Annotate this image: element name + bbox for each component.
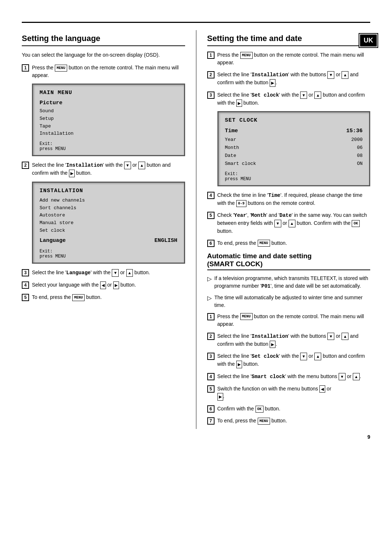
page-number: 9 <box>367 434 370 440</box>
left-section-title: Setting the language <box>22 34 185 46</box>
auto-right-3: ▶ <box>236 361 242 368</box>
intro-text: You can select the language for the on-s… <box>22 51 185 59</box>
screen2-title: INSTALLATION <box>40 188 177 194</box>
smartclock-label: Smart clock <box>225 160 256 168</box>
auto-note-2: ▷ The time will automatically be adjuste… <box>207 294 371 309</box>
up-btn: ▲ <box>138 162 145 169</box>
auto-step-num-2: 2 <box>207 333 215 340</box>
right-step-6: 6 To end, press the MENU button. <box>207 239 371 247</box>
auto-step-text-5: Switch the function on with the menu but… <box>217 385 371 401</box>
auto-step-7: 7 To end, press the MENU button. <box>207 417 371 425</box>
auto-step-2: 2 Select the line 'Installation' with th… <box>207 332 371 348</box>
left-step-3: 3 Select the line 'Language' with the ▼ … <box>22 269 185 277</box>
screen1-item-installation: Installation <box>40 130 177 138</box>
auto-step-4: 4 Select the line 'Smart clock' with the… <box>207 373 371 381</box>
r-step-num-3: 3 <box>207 92 215 99</box>
clock-screen: SET CLOCK Time 15:36 Year 2000 Month 06 … <box>217 111 371 186</box>
right-step-1: 1 Press the MENU button on the remote co… <box>207 51 371 66</box>
screen2-item-autostore: Autostore <box>40 212 177 219</box>
auto-ok-6: OK <box>256 406 264 413</box>
screen1-item-tape: Tape <box>40 123 177 130</box>
auto-down-4: ▼ <box>339 373 346 381</box>
auto-up-4: ▲ <box>353 373 360 381</box>
r-up-btn-3: ▲ <box>314 92 321 99</box>
auto-step-text-4: Select the line 'Smart clock' with the m… <box>217 373 371 381</box>
auto-step-num-1: 1 <box>207 313 215 320</box>
installation-screen: INSTALLATION Add new channels Sort chann… <box>32 182 185 264</box>
r-step-num-1: 1 <box>207 52 215 59</box>
date-label: Date <box>225 152 236 160</box>
auto-up-2: ▲ <box>342 333 348 340</box>
right-column: UK Setting the time and date 1 Press the… <box>196 30 371 429</box>
auto-section-title: Automatic time and date setting(SMART CL… <box>207 252 371 270</box>
auto-menu-7: MENU <box>258 418 270 425</box>
screen2-item-addch: Add new channels <box>40 197 177 204</box>
auto-step-text-7: To end, press the MENU button. <box>217 417 371 425</box>
step-num-5: 5 <box>22 294 29 301</box>
r-down-btn-2: ▼ <box>327 71 334 79</box>
clock-row-date: Date 08 <box>225 152 363 160</box>
auto-step-num-6: 6 <box>207 405 215 413</box>
language-value: ENGLISH <box>154 236 177 246</box>
right-step-3: 3 Select the line 'Set clock' with the ▼… <box>207 91 371 107</box>
language-label: Language <box>40 236 66 246</box>
r-step-num-6: 6 <box>207 240 215 247</box>
r-down-btn-5: ▼ <box>274 220 281 227</box>
r-step-text-3: Select the line 'Set clock' with the ▼ o… <box>217 91 371 107</box>
right-section-title: Setting the time and date <box>207 34 371 46</box>
step-num-1: 1 <box>22 64 29 72</box>
right-step-2: 2 Select the line 'Installation' with th… <box>207 71 371 87</box>
time-value: 15:36 <box>346 126 363 136</box>
step-num-2: 2 <box>22 162 29 169</box>
r-step-text-4: Check the time in line 'Time'. If requir… <box>217 191 371 207</box>
right-btn-4: ▶ <box>113 281 119 289</box>
r-step-text-1: Press the MENU button on the remote cont… <box>217 51 371 66</box>
screen1-title: MAIN MENU <box>40 90 177 96</box>
left-btn-4: ◀ <box>100 281 106 289</box>
r-menu-btn-1: MENU <box>240 52 253 59</box>
r-down-btn-3: ▼ <box>300 92 307 99</box>
right-step-4: 4 Check the time in line 'Time'. If requ… <box>207 191 371 207</box>
r-step-num-4: 4 <box>207 192 215 199</box>
auto-up-3: ▲ <box>314 353 321 360</box>
screen2-item-setclock: Set clock <box>40 227 177 235</box>
auto-step-text-1: Press the MENU button on the remote cont… <box>217 313 371 328</box>
ok-btn-5: OK <box>352 220 360 227</box>
screen1-item-setup: Setup <box>40 115 177 123</box>
auto-right-5: ▶ <box>217 393 223 401</box>
r-up-btn-5: ▲ <box>289 220 295 227</box>
digits-btn: 0-9 <box>236 200 246 207</box>
clock-row-month: Month 06 <box>225 144 363 152</box>
page: Setting the language You can select the … <box>0 0 392 451</box>
clock-row-smartclock: Smart clock ON <box>225 160 363 168</box>
month-label: Month <box>225 144 239 152</box>
clock-row-year: Year 2000 <box>225 136 363 144</box>
clock-row-time: Time 15:36 <box>225 126 363 136</box>
auto-down-2: ▼ <box>327 333 334 340</box>
screen1-item-sound: Sound <box>40 108 177 115</box>
auto-step-6: 6 Confirm with the OK button. <box>207 405 371 413</box>
auto-step-num-5: 5 <box>207 385 215 393</box>
auto-step-num-3: 3 <box>207 353 215 360</box>
auto-right-2: ▶ <box>270 341 275 348</box>
r-up-btn-2: ▲ <box>342 71 348 79</box>
auto-step-text-2: Select the line 'Installation' with the … <box>217 332 371 348</box>
month-value: 06 <box>357 144 363 152</box>
r-right-btn-2: ▶ <box>270 79 275 87</box>
year-value: 2000 <box>351 136 363 144</box>
right-btn: ▶ <box>69 170 75 177</box>
auto-step-num-4: 4 <box>207 373 215 380</box>
uk-badge: UK <box>359 34 377 47</box>
step-text-4: Select your language with the ◀ or ▶ but… <box>32 281 185 289</box>
arrow-icon-2: ▷ <box>207 295 212 301</box>
screen2-language-row: Language ENGLISH <box>40 236 177 246</box>
r-step-text-6: To end, press the MENU button. <box>217 239 371 247</box>
main-columns: Setting the language You can select the … <box>22 30 370 429</box>
auto-step-text-3: Select the line 'Set clock' with the ▼ o… <box>217 352 371 368</box>
screen2-item-sortch: Sort channels <box>40 204 177 212</box>
year-label: Year <box>225 136 236 144</box>
auto-step-num-7: 7 <box>207 417 215 425</box>
r-step-text-5: Check 'Year', 'Month' and 'Date' in the … <box>217 211 371 235</box>
left-step-5: 5 To end, press the MENU button. <box>22 293 185 301</box>
auto-menu-btn-1: MENU <box>240 313 253 320</box>
